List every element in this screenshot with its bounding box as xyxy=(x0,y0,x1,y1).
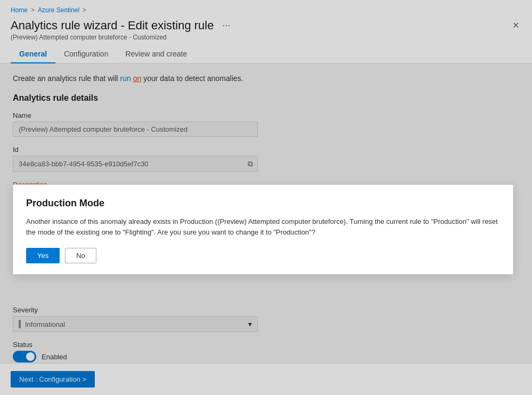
modal-actions: Yes No xyxy=(26,248,500,263)
main-window: Home > Azure Sentinel > Analytics rule w… xyxy=(0,0,532,395)
production-mode-modal: Production Mode Another instance of this… xyxy=(13,184,513,275)
modal-title: Production Mode xyxy=(26,198,500,209)
modal-overlay: Production Mode Another instance of this… xyxy=(0,0,532,395)
modal-no-button[interactable]: No xyxy=(65,248,96,263)
modal-yes-button[interactable]: Yes xyxy=(26,248,60,263)
modal-body: Another instance of this anomaly already… xyxy=(26,216,500,237)
